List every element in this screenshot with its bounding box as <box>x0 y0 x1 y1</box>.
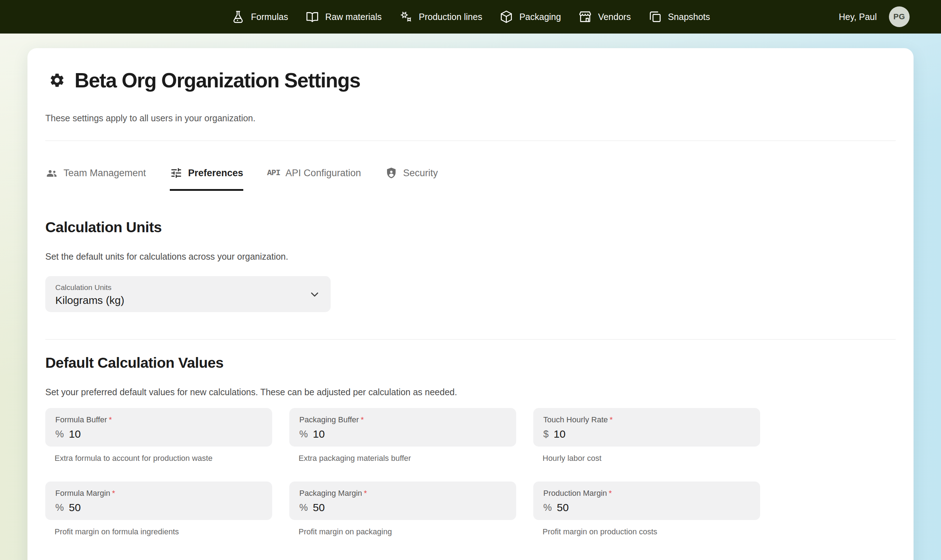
formula-margin-input[interactable] <box>69 502 119 514</box>
navbar-user-area: Hey, Paul PG <box>839 6 941 27</box>
field-label: Packaging Buffer <box>299 415 359 425</box>
storefront-icon <box>578 10 592 24</box>
title-row: Beta Org Organization Settings <box>45 48 896 92</box>
settings-card: Beta Org Organization Settings These set… <box>28 48 913 560</box>
default-values-description: Set your preferred default values for ne… <box>45 387 896 397</box>
field-label: Formula Buffer <box>55 415 107 425</box>
user-greeting: Hey, Paul <box>839 12 877 22</box>
packaging-buffer-input[interactable] <box>313 428 363 440</box>
field-label: Formula Margin <box>55 489 110 498</box>
nav-item-formulas[interactable]: Formulas <box>231 10 288 24</box>
field-helper: Profit margin on packaging <box>289 527 516 537</box>
chevron-down-icon <box>309 288 321 300</box>
field-packaging-buffer: Packaging Buffer* % Extra packaging mate… <box>289 408 516 463</box>
percent-prefix: % <box>55 502 64 513</box>
tab-label: Security <box>403 168 438 179</box>
main-nav: Formulas Raw materials Pr <box>231 0 710 34</box>
calculation-units-description: Set the default units for calculations a… <box>45 251 896 262</box>
field-formula-buffer: Formula Buffer* % Extra formula to accou… <box>45 408 272 463</box>
nav-item-label: Raw materials <box>325 12 382 22</box>
field-label: Packaging Margin <box>299 489 362 498</box>
formula-buffer-input-box[interactable]: Formula Buffer* % <box>45 408 272 446</box>
tab-label: Preferences <box>188 168 243 179</box>
nav-item-packaging[interactable]: Packaging <box>500 10 561 24</box>
api-icon: API <box>267 169 280 178</box>
nav-item-production-lines[interactable]: Production lines <box>399 10 482 24</box>
default-values-heading: Default Calculation Values <box>45 355 896 371</box>
percent-prefix: % <box>55 429 64 440</box>
field-helper: Hourly labor cost <box>533 454 760 463</box>
field-touch-hourly-rate: Touch Hourly Rate* $ Hourly labor cost <box>533 408 760 463</box>
tab-label: Team Management <box>63 168 146 179</box>
tab-api-configuration[interactable]: API API Configuration <box>267 166 361 191</box>
avatar-initials: PG <box>893 12 905 22</box>
shield-icon <box>385 166 398 179</box>
required-asterisk: * <box>109 415 112 425</box>
field-packaging-margin: Packaging Margin* % Profit margin on pac… <box>289 482 516 537</box>
copy-icon <box>648 10 662 24</box>
gears-icon <box>399 10 413 24</box>
required-asterisk: * <box>610 415 613 425</box>
sliders-icon <box>170 166 183 179</box>
select-value: Kilograms (kg) <box>55 294 321 306</box>
tab-team-management[interactable]: Team Management <box>45 166 146 191</box>
nav-item-vendors[interactable]: Vendors <box>578 10 631 24</box>
nav-item-label: Vendors <box>598 12 631 22</box>
people-icon <box>45 166 58 179</box>
tab-bar: Team Management Preferences API API Conf… <box>45 166 896 191</box>
nav-item-label: Packaging <box>520 12 561 22</box>
packaging-margin-input[interactable] <box>313 502 363 514</box>
calculation-units-select[interactable]: Calculation Units Kilograms (kg) <box>45 276 331 312</box>
field-helper: Profit margin on production costs <box>533 527 760 537</box>
calculation-units-heading: Calculation Units <box>45 219 896 236</box>
required-asterisk: * <box>364 489 367 498</box>
divider <box>45 140 896 141</box>
divider <box>45 339 896 340</box>
box-icon <box>500 10 514 24</box>
nav-item-snapshots[interactable]: Snapshots <box>648 10 710 24</box>
default-values-grid: Formula Buffer* % Extra formula to accou… <box>45 408 896 537</box>
nav-item-label: Formulas <box>251 12 288 22</box>
dollar-prefix: $ <box>543 429 549 440</box>
field-helper: Extra packaging materials buffer <box>289 454 516 463</box>
packaging-buffer-input-box[interactable]: Packaging Buffer* % <box>289 408 516 446</box>
field-helper: Extra formula to account for production … <box>45 454 272 463</box>
tab-label: API Configuration <box>285 168 361 179</box>
nav-item-label: Production lines <box>419 12 482 22</box>
gear-icon <box>49 72 65 88</box>
percent-prefix: % <box>299 429 308 440</box>
required-asterisk: * <box>361 415 364 425</box>
touch-hourly-rate-input-box[interactable]: Touch Hourly Rate* $ <box>533 408 760 446</box>
formula-buffer-input[interactable] <box>69 428 119 440</box>
nav-item-label: Snapshots <box>668 12 710 22</box>
field-production-margin: Production Margin* % Profit margin on pr… <box>533 482 760 537</box>
page-subtitle: These settings apply to all users in you… <box>45 113 896 123</box>
field-label: Production Margin <box>543 489 607 498</box>
select-label: Calculation Units <box>55 283 321 292</box>
nav-item-raw-materials[interactable]: Raw materials <box>305 10 382 24</box>
flask-icon <box>231 10 245 24</box>
required-asterisk: * <box>112 489 115 498</box>
packaging-margin-input-box[interactable]: Packaging Margin* % <box>289 482 516 520</box>
field-formula-margin: Formula Margin* % Profit margin on formu… <box>45 482 272 537</box>
avatar[interactable]: PG <box>889 6 910 27</box>
tab-security[interactable]: Security <box>385 166 438 191</box>
production-margin-input-box[interactable]: Production Margin* % <box>533 482 760 520</box>
percent-prefix: % <box>543 502 552 513</box>
tab-preferences[interactable]: Preferences <box>170 166 243 191</box>
page-title: Beta Org Organization Settings <box>75 68 360 92</box>
top-navbar: Formulas Raw materials Pr <box>0 0 941 34</box>
production-margin-input[interactable] <box>557 502 607 514</box>
page-background: Beta Org Organization Settings These set… <box>0 34 941 560</box>
field-label: Touch Hourly Rate <box>543 415 608 425</box>
required-asterisk: * <box>609 489 612 498</box>
book-icon <box>305 10 320 24</box>
touch-hourly-rate-input[interactable] <box>554 428 604 440</box>
field-helper: Profit margin on formula ingredients <box>45 527 272 537</box>
formula-margin-input-box[interactable]: Formula Margin* % <box>45 482 272 520</box>
percent-prefix: % <box>299 502 308 513</box>
